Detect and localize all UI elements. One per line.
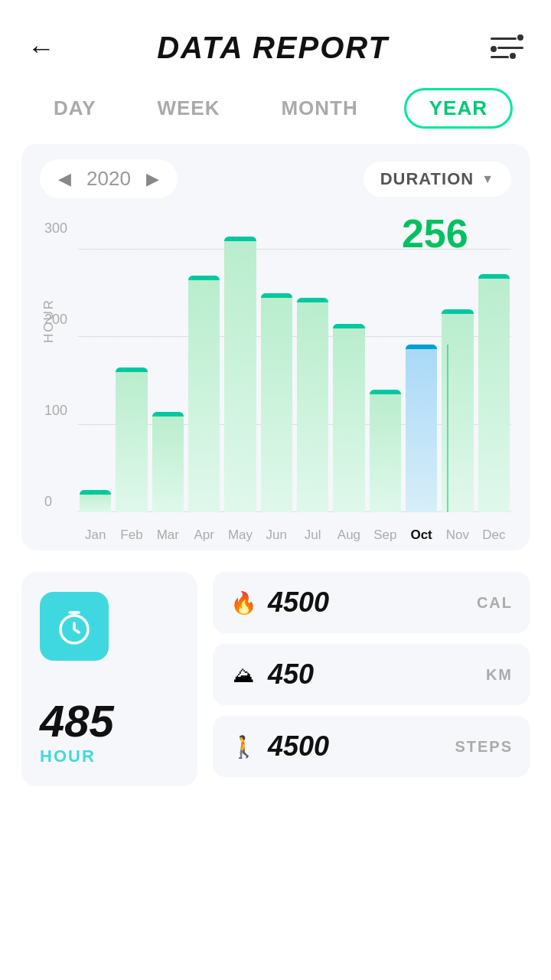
tab-month[interactable]: MONTH [266, 90, 373, 126]
stats-section: 485 HOUR 🔥 4500 CAL ⛰ 450 KM 🚶 4500 STEP… [21, 572, 530, 786]
metric-calories: 🔥 4500 CAL [213, 572, 530, 633]
bar-aug[interactable] [333, 206, 364, 512]
distance-value: 450 [268, 658, 475, 691]
year-nav: ◀ 2020 ▶ [40, 159, 178, 198]
calories-icon: 🔥 [230, 590, 257, 616]
chart-area: HOUR 300 200 100 0 256 JanFebMarAprMayJu… [40, 206, 511, 543]
x-label-feb: Feb [116, 528, 147, 543]
bar-highlight-mar [152, 412, 184, 416]
chart-inner: 256 JanFebMarAprMayJunJulAugSepOctNovDec [78, 206, 511, 543]
dropdown-arrow-icon: ▼ [481, 172, 494, 186]
bar-fill-feb [116, 368, 147, 512]
bar-highlight-nov [442, 309, 473, 314]
x-label-jul: Jul [297, 528, 328, 543]
bar-feb[interactable] [116, 206, 147, 512]
bar-sep[interactable] [370, 206, 401, 512]
x-label-oct: Oct [406, 528, 437, 543]
bar-highlight-jul [297, 298, 328, 302]
x-label-jan: Jan [80, 528, 111, 543]
bar-mar[interactable] [152, 206, 184, 512]
time-tabs: DAY WEEK MONTH YEAR [0, 80, 551, 144]
bar-highlight-oct [406, 345, 437, 349]
page-title: DATA REPORT [157, 31, 389, 65]
chart-controls: ◀ 2020 ▶ DURATION ▼ [40, 159, 511, 198]
bar-jul[interactable] [297, 206, 328, 512]
bar-oct[interactable] [406, 206, 437, 512]
back-button[interactable]: ← [28, 32, 55, 64]
chart-card: ◀ 2020 ▶ DURATION ▼ HOUR 300 200 100 0 [21, 144, 530, 550]
x-label-sep: Sep [370, 528, 401, 543]
bar-fill-mar [152, 412, 184, 512]
filter-button[interactable] [491, 37, 523, 59]
bar-fill-sep [370, 390, 401, 512]
metrics-col: 🔥 4500 CAL ⛰ 450 KM 🚶 4500 STEPS [213, 572, 530, 786]
bar-fill-apr [188, 276, 220, 512]
header: ← DATA REPORT [0, 0, 551, 80]
bar-jan[interactable] [80, 206, 111, 512]
prev-year-button[interactable]: ◀ [58, 169, 71, 189]
x-label-jun: Jun [261, 528, 292, 543]
bar-fill-oct [406, 345, 437, 512]
bar-highlight-feb [116, 368, 147, 372]
calories-value: 4500 [268, 586, 466, 619]
bar-fill-jan [80, 490, 111, 512]
bar-highlight-may [224, 237, 256, 241]
duration-label: DURATION [380, 169, 474, 189]
timer-icon [54, 606, 94, 646]
bar-highlight-jun [261, 293, 292, 298]
steps-unit: STEPS [455, 738, 513, 756]
timer-card: 485 HOUR [21, 572, 197, 786]
y-label-300: 300 [44, 221, 67, 235]
metric-distance: ⛰ 450 KM [213, 644, 530, 705]
bar-fill-aug [333, 324, 364, 512]
calories-unit: CAL [477, 594, 513, 612]
bar-fill-jul [297, 298, 328, 512]
bar-fill-may [224, 237, 256, 512]
distance-icon: ⛰ [230, 662, 257, 688]
bar-dec[interactable] [478, 206, 510, 512]
bar-jun[interactable] [261, 206, 292, 512]
x-label-nov: Nov [442, 528, 473, 543]
x-label-apr: Apr [188, 528, 220, 543]
bar-highlight-dec [478, 274, 510, 279]
steps-icon: 🚶 [230, 734, 257, 760]
bar-fill-dec [478, 274, 510, 512]
bar-highlight-apr [188, 276, 220, 280]
x-label-dec: Dec [478, 528, 510, 543]
bar-highlight-aug [333, 324, 364, 328]
tab-day[interactable]: DAY [38, 90, 112, 126]
bar-may[interactable] [224, 206, 256, 512]
y-label-100: 100 [44, 403, 67, 417]
bar-highlight-jan [80, 490, 111, 495]
timer-unit: HOUR [40, 746, 114, 766]
y-label-200: 200 [44, 312, 67, 326]
y-axis-labels: 300 200 100 0 [44, 221, 67, 512]
next-year-button[interactable]: ▶ [146, 169, 159, 189]
bar-fill-jun [261, 293, 292, 512]
distance-unit: KM [486, 666, 513, 684]
steps-value: 4500 [268, 730, 444, 763]
tab-year[interactable]: YEAR [404, 88, 513, 129]
bar-apr[interactable] [188, 206, 220, 512]
x-label-mar: Mar [152, 528, 184, 543]
timer-value: 485 [40, 699, 114, 743]
x-labels: JanFebMarAprMayJunJulAugSepOctNovDec [78, 528, 511, 543]
metric-steps: 🚶 4500 STEPS [213, 716, 530, 777]
timer-icon-wrap [40, 592, 109, 661]
x-label-aug: Aug [333, 528, 364, 543]
year-label: 2020 [86, 167, 131, 191]
tab-week[interactable]: WEEK [142, 90, 235, 126]
y-label-0: 0 [44, 495, 67, 508]
bar-highlight-sep [370, 390, 401, 394]
duration-dropdown[interactable]: DURATION ▼ [364, 162, 511, 197]
x-label-may: May [224, 528, 256, 543]
tooltip-line [447, 345, 448, 512]
